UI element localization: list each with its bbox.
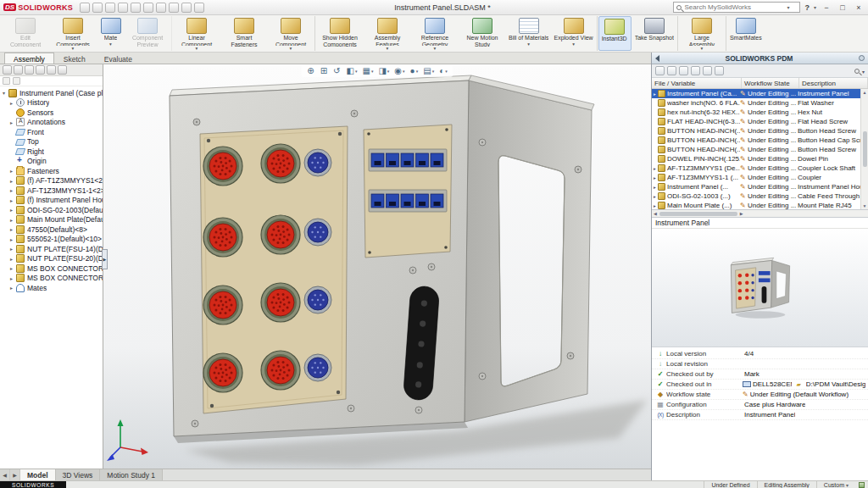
instant3d-button[interactable]: Instant3D: [598, 16, 632, 51]
expand-arrow-icon[interactable]: ▸: [10, 265, 16, 271]
dimxpert-tab-icon[interactable]: [36, 65, 45, 75]
section-view-icon[interactable]: ◧ ▾: [344, 66, 359, 76]
tab-motion-study[interactable]: Motion Study 1: [100, 469, 163, 480]
search-input[interactable]: [684, 3, 784, 11]
pdm-card-icon[interactable]: [679, 66, 688, 75]
pin-icon[interactable]: [859, 55, 865, 61]
feature-tree-item[interactable]: ▸ Annotations: [0, 118, 103, 128]
pdm-settings-icon[interactable]: [703, 66, 712, 75]
pdm-dropdown-icon[interactable]: [862, 67, 865, 75]
feature-tree-item[interactable]: ▸ (f) Instrument Panel Housing<2>: [0, 196, 103, 206]
open-file-icon[interactable]: [92, 3, 103, 13]
feature-tree-item[interactable]: ▸ (f) AF-T1Z3MMYYS1<2>: [0, 176, 103, 186]
panel-flyout-arrow[interactable]: ▶: [102, 249, 108, 269]
expand-arrow-icon[interactable]: ▸: [652, 92, 658, 97]
bill-of-materials-button[interactable]: Bill of Materials ▾: [506, 16, 551, 51]
mate-button[interactable]: Mate ▾: [97, 16, 125, 51]
scroll-left-icon[interactable]: ◀: [654, 211, 657, 216]
feature-tree-item[interactable]: ▸ ODI-SG-02-1003(Default)<2>: [0, 205, 103, 215]
print-icon[interactable]: [118, 3, 128, 13]
tab-scroll-right-icon[interactable]: ▶: [10, 469, 20, 480]
filter-funnel-icon[interactable]: [3, 77, 10, 85]
column-header-file-variable[interactable]: File / Variable: [652, 78, 742, 88]
redo-icon[interactable]: [143, 3, 153, 13]
edit-component-button[interactable]: Edit Component: [2, 16, 49, 51]
column-header-workflow-state[interactable]: Workflow State: [742, 78, 799, 88]
feature-tree-item[interactable]: ▸ MS BOX CONNECTOR(MS20-16S): [0, 274, 103, 284]
expand-arrow-icon[interactable]: ▸: [652, 175, 658, 180]
large-assembly-mode-button[interactable]: Large Assembly Mode ▾: [679, 16, 726, 51]
insert-components-button[interactable]: Insert Components ▾: [49, 16, 97, 51]
expand-arrow-icon[interactable]: ▸: [652, 203, 658, 208]
feature-tree-item[interactable]: ▸ AF-T1Z3MMYYS1-1<2>: [0, 186, 103, 196]
help-button[interactable]: ?: [804, 3, 810, 12]
file-properties-icon[interactable]: [181, 3, 192, 13]
pdm-horizontal-scrollbar[interactable]: ◀ ▶: [652, 210, 868, 218]
feature-tree-item[interactable]: ▸ NUT PLATE(FSU-20)(Default)<4>: [0, 254, 103, 264]
expand-arrow-icon[interactable]: ▾: [3, 90, 8, 96]
pdm-search-icon[interactable]: [854, 69, 860, 74]
pdm-file-row[interactable]: washer inch(NO. 6 FLA... Under Editing .…: [652, 98, 868, 108]
expand-arrow-icon[interactable]: ▸: [10, 187, 16, 193]
pdm-file-row[interactable]: BUTTON HEAD-INCH(... Under Editing ... B…: [652, 145, 868, 154]
expand-arrow-icon[interactable]: ▸: [10, 178, 16, 184]
expand-arrow-icon[interactable]: ▸: [10, 119, 16, 125]
pdm-list-icon[interactable]: [667, 66, 676, 75]
expand-arrow-icon[interactable]: ▸: [10, 197, 16, 203]
select-icon[interactable]: [156, 3, 166, 13]
feature-tree-item[interactable]: ▸ 555052-1(Default)<10>: [0, 235, 103, 245]
save-icon[interactable]: [105, 3, 115, 13]
expand-arrow-icon[interactable]: ▸: [10, 275, 16, 281]
status-tray-icon[interactable]: [859, 482, 865, 488]
pdm-tab-icon[interactable]: [58, 65, 67, 75]
expand-arrow-icon[interactable]: ▸: [652, 185, 658, 190]
pdm-file-row[interactable]: ▸ Instrument Panel (... Under Editing ..…: [652, 182, 868, 191]
column-header-description[interactable]: Description: [799, 78, 868, 88]
close-button[interactable]: ×: [853, 3, 865, 12]
tab-sketch[interactable]: Sketch: [54, 53, 95, 64]
feature-tree-item[interactable]: Top: [0, 137, 103, 147]
search-dropdown-icon[interactable]: ▾: [787, 4, 789, 10]
expand-arrow-icon[interactable]: ▸: [10, 207, 16, 213]
expand-collapse-icon[interactable]: [13, 77, 20, 85]
feature-tree-item[interactable]: Right: [0, 147, 103, 157]
feature-tree-item[interactable]: ▸ Mates: [0, 283, 103, 293]
show-hidden-components-button[interactable]: Show Hidden Components: [316, 16, 364, 51]
scroll-right-icon[interactable]: ▶: [740, 211, 743, 216]
expand-arrow-icon[interactable]: ▸: [652, 166, 658, 171]
feature-tree-item[interactable]: ▸ 47550(Default)<8>: [0, 225, 103, 235]
display-state-selector[interactable]: Custom ▾: [816, 481, 855, 488]
pdm-vertical-scrollbar[interactable]: ▲ ▼: [860, 89, 868, 209]
rebuild-icon[interactable]: [169, 3, 179, 13]
scroll-down-icon[interactable]: ▼: [863, 203, 867, 208]
take-snapshot-button[interactable]: Take Snapshot: [632, 16, 678, 51]
expand-arrow-icon[interactable]: ▸: [10, 256, 16, 262]
pdm-refresh-icon[interactable]: [691, 66, 700, 75]
feature-tree-item[interactable]: Sensors: [0, 108, 103, 118]
scroll-up-icon[interactable]: ▲: [863, 90, 867, 95]
configuration-manager-tab-icon[interactable]: [25, 65, 34, 75]
tab-3d-views[interactable]: 3D Views: [56, 469, 101, 480]
help-dropdown-icon[interactable]: ▾: [814, 4, 816, 10]
zoom-area-icon[interactable]: ⊞: [319, 66, 330, 76]
feature-tree-tab-icon[interactable]: [3, 65, 12, 75]
expand-arrow-icon[interactable]: ▸: [10, 226, 16, 232]
hide-show-items-icon[interactable]: ◉ ▾: [392, 66, 406, 76]
feature-tree-item[interactable]: ▸ History: [0, 98, 103, 108]
scrollbar-thumb[interactable]: [863, 131, 867, 167]
exploded-view-button[interactable]: Exploded View ▾: [551, 16, 597, 51]
new-motion-study-button[interactable]: New Motion Study: [459, 16, 506, 51]
pdm-file-row[interactable]: ▸ AF-T1Z3MMYYS1 (De... Under Editing ...…: [652, 164, 868, 173]
component-preview-window-button[interactable]: Component Preview Window: [125, 16, 172, 51]
scrollbar-thumb[interactable]: [659, 212, 737, 216]
view-orientation-icon[interactable]: ▦ ▾: [360, 66, 375, 76]
pdm-file-row[interactable]: ▸ ODI-SG-02-1003 (...) Under Editing ...…: [652, 191, 868, 201]
tab-scroll-left-icon[interactable]: ◀: [0, 469, 10, 480]
graphics-viewport[interactable]: ⊕ ⊞ ↺ ◧ ▾ ▦ ▾ ◨: [103, 64, 651, 469]
smart-fasteners-button[interactable]: Smart Fasteners: [220, 16, 268, 51]
feature-tree-item[interactable]: Front: [0, 127, 103, 137]
reference-geometry-button[interactable]: Reference Geometry ▾: [411, 16, 459, 51]
display-style-icon[interactable]: ◨ ▾: [376, 66, 391, 76]
pdm-file-row[interactable]: ▸ Main Mount Plate (...) Under Editing .…: [652, 201, 868, 210]
minimize-button[interactable]: −: [821, 3, 832, 12]
